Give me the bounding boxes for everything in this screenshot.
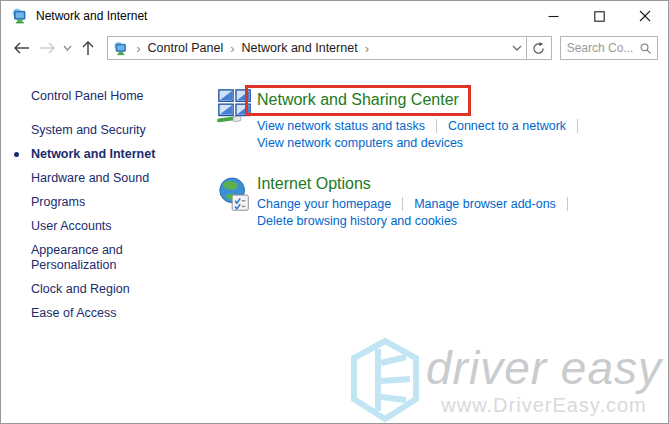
address-dropdown-chevron-icon[interactable]	[512, 45, 522, 51]
sidebar-item-network-and-internet[interactable]: Network and Internet	[31, 147, 181, 162]
magnifier-icon	[640, 42, 651, 55]
watermark-url: www.DriverEasy.com	[441, 394, 646, 416]
navigation-toolbar: › Control Panel › Network and Internet ›	[1, 31, 668, 65]
breadcrumb-chevron-icon: ›	[227, 41, 237, 56]
network-sharing-center-link[interactable]: Network and Sharing Center	[257, 90, 459, 110]
up-arrow-icon	[82, 40, 94, 56]
sidebar-item-hardware-and-sound[interactable]: Hardware and Sound	[31, 171, 181, 186]
internet-options-globe-icon	[216, 176, 254, 216]
control-panel-icon	[113, 41, 129, 56]
link-separator	[402, 197, 403, 211]
watermark-brand: driver easy	[426, 344, 662, 392]
link-separator	[436, 119, 437, 133]
annotation-highlight-box: Network and Sharing Center	[245, 85, 471, 116]
sidebar-item-appearance-and-personalization[interactable]: Appearance and Personalization	[31, 243, 181, 273]
recent-pages-chevron-icon	[63, 45, 72, 51]
network-window-icon	[11, 8, 29, 24]
close-button[interactable]	[622, 1, 668, 31]
search-box[interactable]	[560, 36, 658, 60]
recent-pages-button[interactable]	[60, 35, 76, 61]
minimize-icon	[548, 11, 559, 22]
window-title: Network and Internet	[36, 9, 147, 23]
sidebar: Control Panel Home System and Security N…	[1, 65, 216, 330]
address-bar[interactable]: › Control Panel › Network and Internet ›	[107, 36, 527, 60]
breadcrumb-chevron-icon: ›	[362, 41, 372, 56]
driver-easy-logo-icon	[348, 337, 422, 423]
maximize-button[interactable]	[576, 1, 622, 31]
network-sharing-section: Network and Sharing Center View network …	[216, 85, 668, 150]
sidebar-item-control-panel-home[interactable]: Control Panel Home	[31, 89, 181, 104]
view-network-computers-link[interactable]: View network computers and devices	[257, 136, 463, 150]
manage-addons-link[interactable]: Manage browser add-ons	[414, 197, 556, 211]
delete-history-link[interactable]: Delete browsing history and cookies	[257, 214, 457, 228]
change-homepage-link[interactable]: Change your homepage	[257, 197, 391, 211]
refresh-button[interactable]	[527, 36, 552, 60]
breadcrumb-control-panel[interactable]: Control Panel	[143, 39, 227, 57]
link-separator	[567, 197, 568, 211]
driver-easy-watermark: driver easy www.DriverEasy.com	[348, 337, 662, 423]
minimize-button[interactable]	[530, 1, 576, 31]
maximize-icon	[594, 11, 605, 22]
search-input[interactable]	[567, 41, 640, 55]
sidebar-item-ease-of-access[interactable]: Ease of Access	[31, 306, 181, 321]
main-panel: Network and Sharing Center View network …	[216, 65, 668, 252]
refresh-icon	[532, 42, 545, 55]
internet-options-section: Internet Options Change your homepage Ma…	[216, 174, 668, 228]
forward-button[interactable]	[34, 35, 59, 61]
sidebar-item-system-and-security[interactable]: System and Security	[31, 123, 181, 138]
up-button[interactable]	[76, 35, 101, 61]
active-bullet-icon	[14, 152, 19, 157]
title-bar: Network and Internet	[1, 1, 668, 31]
back-arrow-icon	[13, 42, 30, 54]
sidebar-item-programs[interactable]: Programs	[31, 195, 181, 210]
back-button[interactable]	[9, 35, 34, 61]
link-separator	[577, 119, 578, 133]
breadcrumb-network-and-internet[interactable]: Network and Internet	[238, 39, 362, 57]
internet-options-link[interactable]: Internet Options	[257, 174, 371, 194]
connect-to-network-link[interactable]: Connect to a network	[448, 119, 566, 133]
sidebar-item-user-accounts[interactable]: User Accounts	[31, 219, 181, 234]
close-icon	[639, 10, 651, 22]
view-network-status-link[interactable]: View network status and tasks	[257, 119, 425, 133]
breadcrumb-chevron-icon: ›	[133, 41, 143, 56]
forward-arrow-icon	[39, 42, 56, 54]
sidebar-item-clock-and-region[interactable]: Clock and Region	[31, 282, 181, 297]
